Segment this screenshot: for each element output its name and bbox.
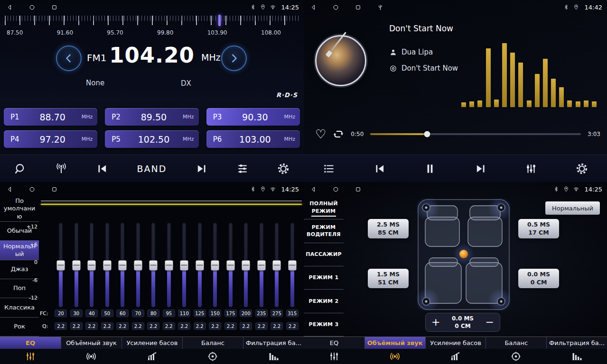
recents-icon[interactable] bbox=[355, 186, 361, 192]
tab-filter[interactable]: Фильтрация ба... bbox=[243, 337, 304, 364]
delay-decrease-button[interactable]: − bbox=[486, 317, 494, 328]
eq-slider-track[interactable] bbox=[59, 223, 63, 307]
eq-slider-handle[interactable] bbox=[211, 260, 219, 270]
next-station-button[interactable] bbox=[196, 163, 208, 175]
eq-slider-handle[interactable] bbox=[196, 260, 204, 270]
eq-band-slider[interactable] bbox=[177, 223, 192, 307]
eq-slider-handle[interactable] bbox=[288, 260, 296, 270]
home-icon[interactable] bbox=[333, 186, 339, 192]
eq-slider-track[interactable] bbox=[290, 223, 294, 307]
preset-button[interactable]: P2 89.50 MHz bbox=[105, 108, 198, 126]
tune-down-button[interactable] bbox=[56, 46, 82, 71]
settings-button[interactable] bbox=[277, 163, 289, 175]
eq-band-slider[interactable] bbox=[131, 223, 146, 307]
pause-button[interactable] bbox=[424, 163, 436, 175]
eq-slider-track[interactable] bbox=[90, 223, 93, 307]
previous-station-button[interactable] bbox=[96, 163, 108, 175]
seek-bar[interactable] bbox=[370, 133, 581, 135]
tune-up-button[interactable] bbox=[221, 46, 247, 71]
back-icon[interactable] bbox=[7, 4, 13, 10]
delay-front-right[interactable]: 0.5 MS 17 CM bbox=[518, 219, 559, 238]
preset-button[interactable]: P4 97.20 MHz bbox=[4, 130, 97, 148]
eq-preset-rock[interactable]: Рок bbox=[0, 318, 39, 337]
next-track-button[interactable] bbox=[475, 163, 487, 175]
tab-surround[interactable]: Объёмный звук bbox=[61, 337, 121, 364]
eq-band-slider[interactable] bbox=[238, 223, 254, 307]
home-icon[interactable] bbox=[29, 4, 35, 10]
eq-band-slider[interactable] bbox=[254, 223, 270, 307]
eq-band-slider[interactable] bbox=[285, 223, 300, 307]
mode-passenger[interactable]: ПАССАЖИР bbox=[304, 243, 344, 266]
repeat-button[interactable] bbox=[333, 128, 344, 140]
playlist-button[interactable] bbox=[323, 163, 335, 175]
eq-band-slider[interactable] bbox=[146, 223, 161, 307]
eq-slider-track[interactable] bbox=[213, 223, 217, 307]
recents-icon[interactable] bbox=[51, 4, 57, 10]
eq-band-slider[interactable] bbox=[161, 223, 177, 307]
eq-band-slider[interactable] bbox=[69, 223, 84, 307]
back-icon[interactable] bbox=[310, 4, 317, 10]
eq-slider-track[interactable] bbox=[244, 223, 248, 307]
delay-increase-button[interactable]: + bbox=[431, 317, 440, 328]
settings-button[interactable] bbox=[576, 163, 588, 175]
preset-button[interactable]: P1 88.70 MHz bbox=[4, 108, 97, 126]
eq-slider-handle[interactable] bbox=[119, 260, 127, 270]
delay-rear-right[interactable]: 0.0 MS 0 CM bbox=[518, 269, 559, 288]
eq-slider-track[interactable] bbox=[229, 223, 233, 307]
eq-slider-track[interactable] bbox=[151, 223, 155, 307]
eq-band-slider[interactable] bbox=[192, 223, 208, 307]
tab-filter[interactable]: Фильтрация ба... bbox=[546, 337, 607, 364]
band-button[interactable]: BAND bbox=[137, 164, 167, 174]
tab-surround[interactable]: Объёмный звук bbox=[364, 337, 425, 364]
tab-eq[interactable]: EQ bbox=[0, 337, 61, 364]
mode-2[interactable]: РЕЖИМ 2 bbox=[304, 290, 344, 313]
mode-3[interactable]: РЕЖИМ 3 bbox=[304, 313, 344, 337]
eq-band-slider[interactable] bbox=[100, 223, 115, 307]
eq-slider-track[interactable] bbox=[167, 223, 171, 307]
preset-button[interactable]: P6 103.00 MHz bbox=[206, 130, 300, 148]
eq-band-slider[interactable] bbox=[115, 223, 131, 307]
back-icon[interactable] bbox=[310, 186, 317, 192]
tab-bass-boost[interactable]: Усиление басов bbox=[121, 337, 182, 364]
eq-slider-handle[interactable] bbox=[72, 260, 80, 270]
eq-slider-handle[interactable] bbox=[242, 260, 250, 270]
equalizer-button[interactable] bbox=[236, 163, 249, 175]
eq-slider-handle[interactable] bbox=[88, 260, 96, 270]
recents-icon[interactable] bbox=[355, 4, 361, 10]
eq-slider-handle[interactable] bbox=[226, 260, 234, 270]
delay-front-left[interactable]: 2.5 MS 85 CM bbox=[368, 219, 409, 238]
eq-band-slider[interactable] bbox=[53, 223, 69, 307]
tab-eq[interactable]: EQ bbox=[304, 337, 364, 364]
eq-slider-track[interactable] bbox=[136, 223, 140, 307]
listening-position-marker[interactable] bbox=[459, 250, 468, 258]
eq-slider-handle[interactable] bbox=[134, 260, 142, 270]
eq-slider-track[interactable] bbox=[275, 223, 279, 307]
auto-scan-button[interactable] bbox=[55, 163, 67, 175]
tab-bass-boost[interactable]: Усиление басов bbox=[425, 337, 486, 364]
home-icon[interactable] bbox=[29, 186, 35, 192]
eq-slider-handle[interactable] bbox=[57, 260, 65, 270]
eq-band-slider[interactable] bbox=[84, 223, 100, 307]
favorite-button[interactable]: ♡ bbox=[315, 128, 326, 140]
eq-slider-track[interactable] bbox=[198, 223, 202, 307]
preset-button[interactable]: P5 102.50 MHz bbox=[105, 130, 198, 148]
eq-slider-handle[interactable] bbox=[165, 260, 173, 270]
eq-band-slider[interactable] bbox=[207, 223, 223, 307]
mode-1[interactable]: РЕЖИМ 1 bbox=[304, 266, 344, 290]
seek-bar-knob[interactable] bbox=[424, 131, 430, 137]
delay-rear-left[interactable]: 1.5 MS 51 CM bbox=[368, 269, 409, 288]
eq-slider-handle[interactable] bbox=[149, 260, 158, 270]
tab-balance[interactable]: Баланс bbox=[182, 337, 243, 364]
eq-slider-handle[interactable] bbox=[257, 260, 265, 270]
mode-driver[interactable]: РЕЖИМ ВОДИТЕЛЯ bbox=[304, 219, 344, 243]
eq-slider-track[interactable] bbox=[121, 223, 124, 307]
eq-band-slider[interactable] bbox=[269, 223, 285, 307]
eq-slider-track[interactable] bbox=[260, 223, 263, 307]
eq-band-slider[interactable] bbox=[223, 223, 239, 307]
eq-slider-handle[interactable] bbox=[273, 260, 281, 270]
recents-icon[interactable] bbox=[51, 186, 57, 192]
eq-slider-track[interactable] bbox=[75, 223, 78, 307]
home-icon[interactable] bbox=[333, 4, 339, 10]
equalizer-button[interactable] bbox=[525, 163, 537, 175]
previous-track-button[interactable] bbox=[374, 163, 386, 175]
